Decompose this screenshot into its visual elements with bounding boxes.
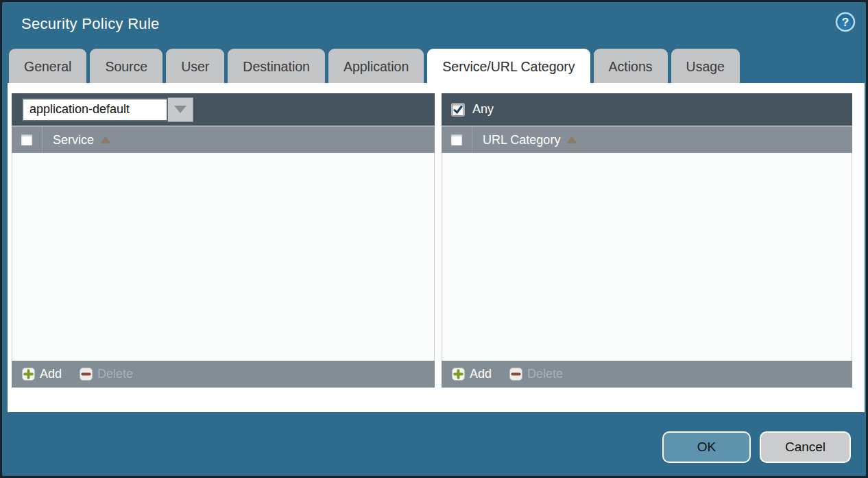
tab-usage[interactable]: Usage bbox=[671, 49, 740, 83]
cancel-button[interactable]: Cancel bbox=[760, 431, 851, 463]
service-type-dropdown-button[interactable] bbox=[168, 97, 193, 122]
sort-asc-icon bbox=[566, 136, 577, 143]
service-panel-toolbar bbox=[12, 93, 435, 126]
plus-icon bbox=[452, 368, 465, 381]
service-select-all-checkbox[interactable] bbox=[21, 134, 33, 146]
minus-icon bbox=[80, 368, 93, 381]
url-category-table-header: URL Category bbox=[442, 126, 852, 153]
tab-user[interactable]: User bbox=[166, 49, 224, 83]
add-button-label: Add bbox=[470, 367, 492, 381]
tab-bar: General Source User Destination Applicat… bbox=[9, 49, 862, 83]
service-column-header[interactable]: Service bbox=[43, 127, 111, 153]
service-header-checkbox-cell bbox=[12, 127, 43, 153]
tab-actions[interactable]: Actions bbox=[594, 49, 668, 83]
security-policy-rule-dialog: Security Policy Rule ? General Source Us… bbox=[0, 0, 868, 478]
minus-icon bbox=[509, 368, 522, 381]
dialog-title: Security Policy Rule bbox=[21, 15, 160, 33]
tab-service-url-category[interactable]: Service/URL Category bbox=[427, 49, 590, 83]
add-button-label: Add bbox=[40, 367, 62, 381]
delete-button-label: Delete bbox=[527, 367, 563, 381]
url-category-select-all-checkbox[interactable] bbox=[450, 134, 463, 146]
service-delete-button[interactable]: Delete bbox=[80, 367, 133, 381]
ok-button[interactable]: OK bbox=[662, 431, 751, 463]
url-category-column-header[interactable]: URL Category bbox=[472, 127, 577, 153]
url-category-panel-toolbar: Any bbox=[442, 93, 852, 126]
url-category-delete-button[interactable]: Delete bbox=[509, 367, 563, 381]
tab-destination[interactable]: Destination bbox=[228, 49, 325, 83]
help-icon[interactable]: ? bbox=[835, 12, 856, 32]
tab-content: Service Add Dele bbox=[8, 83, 865, 412]
service-type-input[interactable] bbox=[22, 98, 168, 121]
tab-general[interactable]: General bbox=[9, 49, 86, 83]
url-category-header-checkbox-cell bbox=[442, 127, 472, 153]
any-label: Any bbox=[472, 102, 494, 117]
url-category-add-button[interactable]: Add bbox=[452, 367, 492, 381]
dialog-button-row: OK Cancel bbox=[662, 431, 851, 463]
any-row: Any bbox=[452, 102, 494, 117]
tab-source[interactable]: Source bbox=[90, 49, 162, 83]
service-panel: Service Add Dele bbox=[12, 93, 435, 387]
any-checkbox[interactable] bbox=[452, 104, 464, 116]
checkmark-icon bbox=[453, 104, 463, 115]
sort-asc-icon bbox=[100, 136, 111, 143]
svg-text:?: ? bbox=[842, 16, 849, 29]
delete-button-label: Delete bbox=[97, 367, 133, 381]
url-category-panel: Any URL Category Add bbox=[442, 93, 852, 387]
service-panel-footer: Add Delete bbox=[12, 361, 435, 387]
service-column-label: Service bbox=[53, 133, 94, 147]
url-category-panel-footer: Add Delete bbox=[442, 361, 852, 387]
tab-application[interactable]: Application bbox=[328, 49, 424, 83]
service-add-button[interactable]: Add bbox=[22, 367, 62, 381]
plus-icon bbox=[22, 368, 35, 381]
service-table-header: Service bbox=[12, 126, 435, 153]
chevron-down-icon bbox=[174, 106, 186, 113]
service-type-combobox bbox=[22, 97, 193, 122]
service-table-body bbox=[12, 153, 435, 361]
url-category-column-label: URL Category bbox=[483, 133, 560, 147]
url-category-table-body bbox=[442, 153, 852, 361]
